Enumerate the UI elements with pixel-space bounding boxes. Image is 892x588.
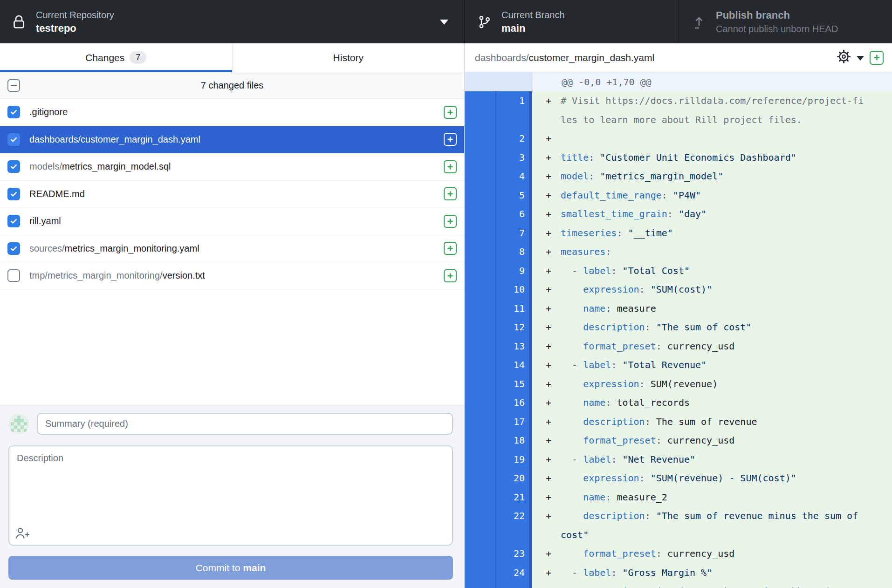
- diff-line[interactable]: 12+ description: "The sum of cost": [465, 318, 892, 337]
- diff-line[interactable]: 6+smallest_time_grain: "day": [465, 205, 892, 224]
- diff-line-number[interactable]: 5: [496, 186, 529, 205]
- diff-gutter-old[interactable]: [465, 544, 496, 563]
- diff-line-number[interactable]: 15: [496, 375, 529, 394]
- diff-line[interactable]: 20+ expression: "SUM(revenue) - SUM(cost…: [465, 469, 892, 488]
- diff-gutter-old[interactable]: [465, 129, 496, 148]
- diff-line[interactable]: 18+ format_preset: currency_usd: [465, 431, 892, 450]
- diff-line-number[interactable]: 7: [496, 224, 529, 243]
- diff-line[interactable]: 21+ name: measure_2: [465, 488, 892, 507]
- diff-line[interactable]: 1+# Visit https://docs.rilldata.com/refe…: [465, 91, 892, 129]
- diff-line[interactable]: 2+: [465, 129, 892, 148]
- description-textarea[interactable]: [8, 445, 453, 546]
- diff-line[interactable]: 25+ expression: "(SUM(revenue) - SUM(cos…: [465, 582, 892, 588]
- select-all-checkbox[interactable]: [7, 79, 20, 92]
- diff-gutter-old[interactable]: [465, 563, 496, 582]
- diff-line-number[interactable]: 1: [496, 91, 529, 129]
- file-checkbox[interactable]: [7, 188, 20, 200]
- file-row[interactable]: sources/metrics_margin_monitoring.yaml: [0, 235, 464, 263]
- diff-gutter-old[interactable]: [465, 488, 496, 507]
- diff-line[interactable]: 7+timeseries: "__time": [465, 224, 892, 243]
- diff-gutter-old[interactable]: [465, 205, 496, 224]
- diff-line[interactable]: 9+ - label: "Total Cost": [465, 261, 892, 280]
- diff-gutter-old[interactable]: [465, 431, 496, 450]
- repository-switcher[interactable]: Current Repository testrepo: [0, 0, 465, 43]
- diff-line-number[interactable]: 14: [496, 356, 529, 375]
- diff-gutter-old[interactable]: [465, 224, 496, 243]
- diff-line-number[interactable]: 22: [496, 506, 529, 544]
- diff-line-number[interactable]: 13: [496, 337, 529, 356]
- diff-gutter-old[interactable]: [465, 375, 496, 394]
- diff-gutter-old[interactable]: [465, 280, 496, 299]
- diff-line[interactable]: 16+ name: total_records: [465, 393, 892, 412]
- diff-gutter-old[interactable]: [465, 299, 496, 318]
- file-checkbox[interactable]: [7, 269, 20, 282]
- file-row[interactable]: .gitignore: [0, 99, 464, 126]
- diff-line[interactable]: 5+default_time_range: "P4W": [465, 186, 892, 205]
- diff-line[interactable]: 22+ description: "The sum of revenue min…: [465, 506, 892, 544]
- diff-line[interactable]: 8+measures:: [465, 242, 892, 261]
- file-row[interactable]: README.md: [0, 181, 464, 208]
- diff-line-number[interactable]: 6: [496, 205, 529, 224]
- diff-line[interactable]: 19+ - label: "Net Revenue": [465, 450, 892, 469]
- diff-line[interactable]: 11+ name: measure: [465, 299, 892, 318]
- diff-line[interactable]: 24+ - label: "Gross Margin %": [465, 563, 892, 582]
- file-checkbox[interactable]: [7, 106, 20, 118]
- file-row[interactable]: models/metrics_margin_model.sql: [0, 153, 464, 181]
- summary-input[interactable]: [37, 413, 453, 435]
- file-checkbox[interactable]: [7, 160, 20, 173]
- diff-line[interactable]: 14+ - label: "Total Revenue": [465, 356, 892, 375]
- file-row[interactable]: tmp/metrics_margin_monitoring/version.tx…: [0, 262, 464, 290]
- diff-gutter-old[interactable]: [465, 337, 496, 356]
- diff-gutter-old[interactable]: [465, 167, 496, 186]
- person-plus-icon[interactable]: [15, 526, 31, 540]
- diff-line[interactable]: 10+ expression: "SUM(cost)": [465, 280, 892, 299]
- diff-gutter-old[interactable]: [465, 91, 496, 129]
- file-checkbox[interactable]: [7, 242, 20, 255]
- diff-line[interactable]: 23+ format_preset: currency_usd: [465, 544, 892, 563]
- diff-gutter-old[interactable]: [465, 582, 496, 588]
- diff-line[interactable]: 13+ format_preset: currency_usd: [465, 337, 892, 356]
- diff-gutter-old[interactable]: [465, 186, 496, 205]
- chevron-down-icon[interactable]: [857, 56, 864, 61]
- diff-line-number[interactable]: 23: [496, 544, 529, 563]
- diff-line[interactable]: 15+ expression: SUM(revenue): [465, 375, 892, 394]
- diff-line-number[interactable]: 11: [496, 299, 529, 318]
- diff-line-number[interactable]: 10: [496, 280, 529, 299]
- diff-line-number[interactable]: 2: [496, 129, 529, 148]
- diff-gutter-old[interactable]: [465, 261, 496, 280]
- diff-line-number[interactable]: 4: [496, 167, 529, 186]
- diff-gutter-old[interactable]: [465, 242, 496, 261]
- diff-line-number[interactable]: 16: [496, 393, 529, 412]
- tab-history[interactable]: History: [232, 43, 465, 72]
- publish-branch-button[interactable]: Publish branch Cannot publish unborn HEA…: [679, 0, 892, 43]
- diff-line-number[interactable]: 19: [496, 450, 529, 469]
- diff-line[interactable]: 17+ description: The sum of revenue: [465, 412, 892, 431]
- diff-gutter-old[interactable]: [465, 412, 496, 431]
- diff-line-number[interactable]: 20: [496, 469, 529, 488]
- diff-line-number[interactable]: 25: [496, 582, 529, 588]
- file-row[interactable]: dashboards/customer_margin_dash.yaml: [0, 126, 464, 154]
- diff-line-number[interactable]: 8: [496, 242, 529, 261]
- branch-switcher[interactable]: Current Branch main: [465, 0, 679, 43]
- diff-line-number[interactable]: 3: [496, 148, 529, 167]
- diff-line-number[interactable]: 17: [496, 412, 529, 431]
- diff-gutter-old[interactable]: [465, 469, 496, 488]
- diff-line-number[interactable]: 18: [496, 431, 529, 450]
- file-checkbox[interactable]: [7, 215, 20, 227]
- file-checkbox[interactable]: [7, 133, 20, 146]
- diff-line[interactable]: 3+title: "Customer Unit Economics Dashbo…: [465, 148, 892, 167]
- diff-gutter-old[interactable]: [465, 356, 496, 375]
- diff-gutter-old[interactable]: [465, 148, 496, 167]
- commit-button[interactable]: Commit to main: [8, 556, 453, 580]
- gear-icon[interactable]: [837, 49, 851, 66]
- diff-line-number[interactable]: 9: [496, 261, 529, 280]
- diff-line-number[interactable]: 12: [496, 318, 529, 337]
- diff-line[interactable]: 4+model: "metrics_margin_model": [465, 167, 892, 186]
- diff-gutter-old[interactable]: [465, 393, 496, 412]
- diff-gutter-old[interactable]: [465, 318, 496, 337]
- diff-line-number[interactable]: 24: [496, 563, 529, 582]
- tab-changes[interactable]: Changes 7: [0, 43, 232, 72]
- diff-line-number[interactable]: 21: [496, 488, 529, 507]
- file-row[interactable]: rill.yaml: [0, 208, 464, 235]
- diff-gutter-old[interactable]: [465, 450, 496, 469]
